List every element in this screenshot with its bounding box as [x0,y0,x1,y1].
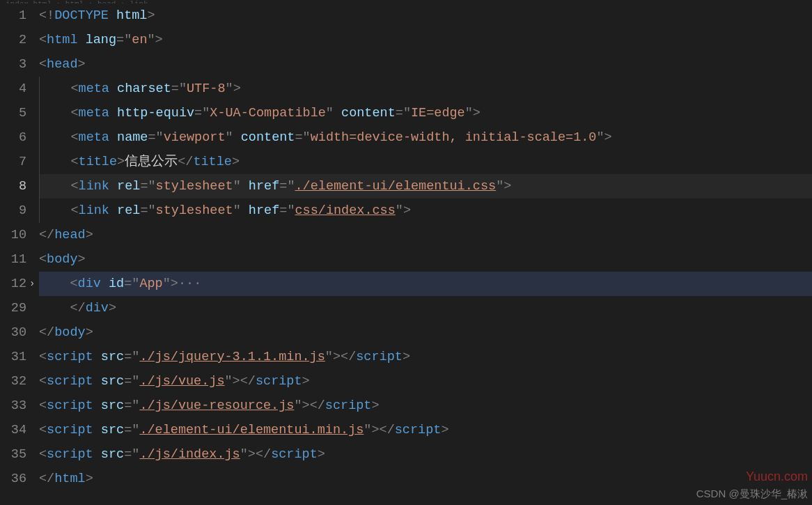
line-number: 10 [0,223,26,247]
code-line[interactable]: <script src="./js/vue-resource.js"></scr… [39,394,812,418]
line-number: 30 [0,320,26,345]
line-number: 4 [0,77,26,101]
line-number: 34 [0,418,26,442]
line-number: 33 [0,394,26,418]
line-number: 8 [0,174,26,199]
code-line[interactable]: <script src="./js/vue.js"></script> [39,369,812,394]
code-area[interactable]: <!DOCTYPE html> <html lang="en"> <head> … [39,3,812,505]
code-line[interactable]: <script src="./js/jquery-3.1.1.min.js"><… [39,345,812,369]
code-line[interactable]: <meta http-equiv="X-UA-Compatible" conte… [39,101,812,125]
code-line[interactable]: <head> [39,52,812,77]
line-number: 12 [0,272,26,296]
code-line[interactable]: › <div id="App">··· [39,272,812,296]
code-line[interactable]: <script src="./element-ui/elementui.min.… [39,418,812,442]
watermark-author: CSDN @曼珠沙华_椿湫 [696,488,808,501]
line-number: 36 [0,467,26,491]
line-number: 31 [0,345,26,369]
code-line[interactable]: <!DOCTYPE html> [39,3,812,28]
line-number: 6 [0,125,26,150]
line-number: 35 [0,442,26,467]
code-line[interactable]: </div> [39,296,812,320]
folded-code-icon[interactable]: ··· [178,277,201,291]
code-line[interactable]: <script src="./js/index.js"></script> [39,442,812,467]
code-line[interactable]: </body> [39,320,812,345]
line-number: 2 [0,28,26,52]
line-number: 29 [0,296,26,320]
line-number-gutter: 1 2 3 4 5 6 7 8 9 10 11 12 29 30 31 32 3… [0,3,39,505]
code-line[interactable]: </head> [39,223,812,247]
code-line[interactable]: <html lang="en"> [39,28,812,52]
line-number: 5 [0,101,26,125]
line-number: 7 [0,150,26,174]
code-line[interactable]: <meta charset="UTF-8"> [39,77,812,101]
line-number: 9 [0,199,26,223]
line-number: 32 [0,369,26,394]
code-line[interactable]: <link rel="stylesheet" href="css/index.c… [39,199,812,223]
code-line[interactable]: <title>信息公示</title> [39,150,812,174]
code-line[interactable]: <link rel="stylesheet" href="./element-u… [39,174,812,199]
chevron-right-icon[interactable]: › [29,272,35,296]
line-number: 1 [0,3,26,28]
watermark-site: Yuucn.com [746,469,808,484]
line-number: 3 [0,52,26,77]
code-line[interactable]: <body> [39,247,812,272]
code-editor[interactable]: 1 2 3 4 5 6 7 8 9 10 11 12 29 30 31 32 3… [0,3,812,505]
code-line[interactable]: <meta name="viewport" content="width=dev… [39,125,812,150]
line-number: 11 [0,247,26,272]
